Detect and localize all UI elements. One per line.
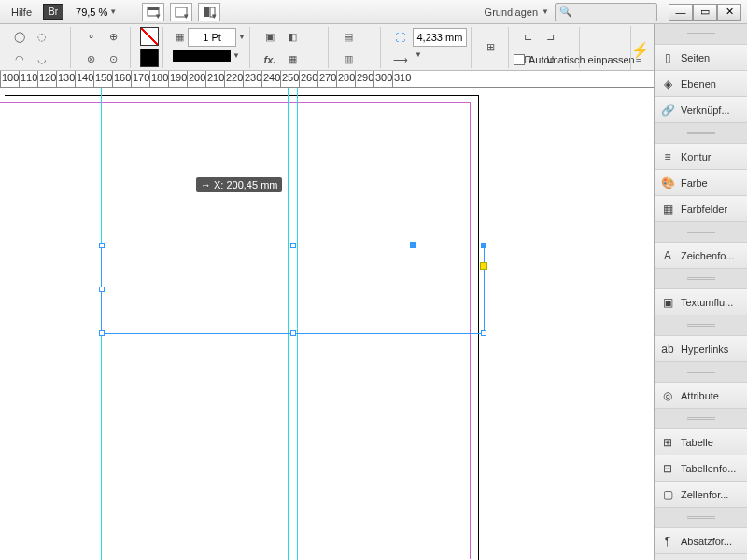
corner-options-handle[interactable] [480,262,487,270]
panel-ebenen[interactable]: ◈Ebenen [655,71,747,97]
view-options-dropdown[interactable]: ▼ [170,3,192,21]
svg-rect-1 [148,7,159,10]
tick-label: 160 [114,72,131,83]
shape-tools-group: ◯ ◌ ◠ ◡ ⊂ P [6,27,71,68]
tick-label: 200 [189,72,205,83]
tick-label: 220 [226,72,243,83]
stepper-icon[interactable]: ▦ [173,27,186,48]
workspace-switcher[interactable]: Grundlagen▼ [485,7,549,18]
textwrap-icon: ▣ [660,295,675,310]
tablestyle-icon: ⊟ [660,461,675,476]
menu-help[interactable]: Hilfe [6,5,37,20]
tick-label: 270 [319,72,336,83]
chevron-down-icon[interactable]: ▼ [233,51,240,60]
tick-label: 310 [394,72,411,83]
panel-label: Seiten [681,52,710,63]
layers-icon: ◈ [660,77,675,91]
wrap1-icon[interactable]: ▤ [338,27,359,48]
tick-label: 140 [77,72,93,83]
selected-frame[interactable] [101,245,485,334]
panel-attribute[interactable]: ◎Attribute [655,383,747,409]
tick-label: 250 [282,72,299,83]
align2-icon[interactable]: ⊐ [541,27,561,48]
panel-grip[interactable] [655,24,747,45]
document-canvas[interactable]: ↔ X: 200,45 mm [0,88,654,560]
panel-grip[interactable] [655,315,747,336]
panel-label: Kontur [681,151,711,162]
zoom-level[interactable]: 79,5 % ▼ [69,6,123,19]
panel-grip[interactable] [655,409,747,429]
panel-absatzfor[interactable]: ¶Absatzfor... [655,528,747,554]
tick-label: 230 [245,72,261,83]
move-cursor-icon: ↔ [201,179,211,190]
panel-zeichenfo[interactable]: AZeichenfo... [655,243,747,269]
panel-textumflu[interactable]: ▣Textumflu... [655,289,747,315]
align1-icon[interactable]: ⊏ [518,27,539,48]
minimize-button[interactable]: — [669,4,693,21]
cell-width-input[interactable] [413,28,467,47]
panel-grip[interactable] [655,269,747,289]
panel-grip[interactable] [655,362,747,383]
fill-stroke-group [136,27,163,68]
panel-grip[interactable] [655,123,747,144]
fitting-group: ⛶ ⟶ ▼ [387,27,472,68]
panel-zellenfor[interactable]: ▢Zellenfor... [655,482,747,508]
tick-label: 290 [357,72,374,83]
panel-grip[interactable] [655,508,747,528]
panel-grip[interactable] [655,222,747,243]
merge1-icon[interactable]: ⊞ [481,37,501,58]
tick-label: 280 [338,72,355,83]
bridge-button[interactable]: Br [43,4,63,20]
panel-farbfelder[interactable]: ▦Farbfelder [655,196,747,222]
wrap2-icon[interactable]: ▥ [338,49,359,70]
anchor-group: ⚬ ⊕ ⊗ ⊙ [77,27,131,68]
panel-label: Tabelle [681,437,713,448]
panel-seiten[interactable]: ▯Seiten [655,45,747,71]
tick-label: 180 [151,72,168,83]
anchor1-icon[interactable]: ⚬ [80,27,101,48]
ellipse-icon[interactable]: ◯ [9,27,30,48]
restore-button[interactable]: ▭ [693,4,717,21]
autofit-label: Automatisch einpassen [529,54,635,65]
anchor2-icon[interactable]: ⊕ [103,27,123,48]
column-guide[interactable] [92,88,92,560]
panel-label: Verknüpf... [681,105,730,116]
close-button[interactable]: ✕ [717,4,741,21]
panel-verknuepf[interactable]: 🔗Verknüpf... [655,97,747,123]
stroke-swatch[interactable] [140,49,159,67]
fill-swatch[interactable] [140,27,159,46]
arrange-dropdown[interactable]: ▼ [198,3,220,21]
stroke-weight-input[interactable] [188,28,236,47]
stroke-style-preview[interactable] [173,50,231,62]
arc-icon[interactable]: ◠ [9,49,30,70]
opacity-icon[interactable]: ▦ [282,49,303,70]
search-field[interactable]: 🔍 [555,3,657,21]
arc2-icon[interactable]: ◡ [32,49,52,70]
panel-tabellenfo[interactable]: ⊟Tabellenfo... [655,455,747,482]
fit-icon[interactable]: ⛶ [390,27,411,48]
arrow-long-icon[interactable]: ⟶ [390,50,411,71]
panel-tabelle[interactable]: ⊞Tabelle [655,429,747,455]
panel-kontur[interactable]: ≡Kontur [655,144,747,170]
reference-point[interactable] [410,242,416,248]
chevron-down-icon[interactable]: ▼ [415,50,422,71]
panel-farbe[interactable]: 🎨Farbe [655,170,747,196]
anchor4-icon[interactable]: ⊙ [103,49,123,70]
horizontal-ruler[interactable]: 100 110 120 130 140 150 160 170 180 190 … [0,71,654,88]
fx-icon[interactable]: fx. [260,49,280,70]
panel-menu-icon[interactable]: ≡ [628,50,649,71]
chevron-down-icon[interactable]: ▼ [238,33,246,41]
panel-hyperlinks[interactable]: abHyperlinks [655,336,747,362]
corner2-icon[interactable]: ◧ [282,27,303,48]
autofit-checkbox[interactable]: Automatisch einpassen [514,54,635,65]
corner1-icon[interactable]: ▣ [260,27,280,48]
anchor3-icon[interactable]: ⊗ [80,49,101,70]
ellipse-dashed-icon[interactable]: ◌ [32,27,52,48]
tick-label: 260 [301,72,317,83]
tick-label: 190 [170,72,187,83]
table-icon: ⊞ [660,435,675,450]
screen-mode-dropdown[interactable]: ▼ [142,3,164,21]
svg-rect-3 [204,7,209,17]
search-input[interactable] [576,7,653,18]
effects-group: ▣ ◧ fx. ▦ ▼ [256,27,329,68]
